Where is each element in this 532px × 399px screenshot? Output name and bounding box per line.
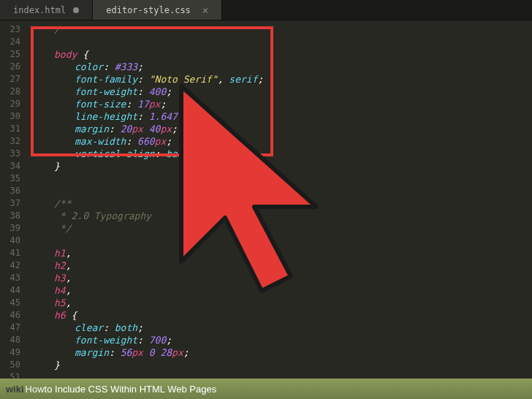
code-line: font-size: 17px; <box>34 98 532 110</box>
line-number: 47 <box>0 322 20 334</box>
code-line: line-height: 1.6471; <box>34 110 532 123</box>
code-line: color: #333; <box>34 61 532 73</box>
code-line: */ <box>34 222 532 235</box>
code-line: clear: both; <box>34 322 532 334</box>
code-line: h1, <box>34 247 532 259</box>
line-number: 25 <box>0 48 20 61</box>
code-line <box>34 235 532 247</box>
how-text: How <box>26 384 45 395</box>
code-line: font-weight: 400; <box>34 86 532 98</box>
code-line: } <box>34 160 532 172</box>
code-line: h2, <box>34 259 532 272</box>
line-number: 40 <box>0 235 20 247</box>
code-line: /** <box>34 197 532 210</box>
line-number: 30 <box>0 110 20 123</box>
line-number: 24 <box>0 36 20 48</box>
line-number: 36 <box>0 185 20 197</box>
tab-index-html[interactable]: index.html <box>0 0 93 20</box>
line-number: 38 <box>0 210 20 222</box>
footer-title: to Include CSS Within HTML Web Pages <box>45 384 217 395</box>
code-line: margin: 56px 0 28px; <box>34 346 532 359</box>
line-number: 42 <box>0 259 20 272</box>
line-number: 39 <box>0 222 20 235</box>
line-number: 34 <box>0 160 20 172</box>
line-number: 41 <box>0 247 20 259</box>
code-line: / <box>34 23 532 36</box>
tab-label: index.html <box>13 5 66 15</box>
line-number: 45 <box>0 297 20 309</box>
code-line: margin: 20px 40px; <box>34 123 532 135</box>
tab-bar: index.html editor-style.css × <box>0 0 532 20</box>
code-line: h4, <box>34 284 532 297</box>
code-line <box>34 172 532 185</box>
code-line: body { <box>34 48 532 61</box>
line-number: 49 <box>0 346 20 359</box>
code-line: font-weight: 700; <box>34 334 532 346</box>
line-number: 26 <box>0 61 20 73</box>
code-line: h6 { <box>34 309 532 322</box>
code-line: } <box>34 359 532 371</box>
line-number: 44 <box>0 284 20 297</box>
code-area[interactable]: / body { color: #333; font-family: "Noto… <box>28 20 532 379</box>
line-number: 29 <box>0 98 20 110</box>
tab-editor-style-css[interactable]: editor-style.css × <box>93 0 222 20</box>
code-line <box>34 185 532 197</box>
line-number: 35 <box>0 172 20 185</box>
line-number: 33 <box>0 148 20 160</box>
brand-text: wiki <box>6 384 24 395</box>
code-line <box>34 36 532 48</box>
code-line: * 2.0 Typography <box>34 210 532 222</box>
modified-dot-icon <box>73 7 79 13</box>
line-number: 32 <box>0 135 20 148</box>
line-number: 27 <box>0 73 20 86</box>
footer-caption: wikiHow to Include CSS Within HTML Web P… <box>0 379 532 399</box>
line-number: 48 <box>0 334 20 346</box>
code-line: max-width: 660px; <box>34 135 532 148</box>
line-number: 50 <box>0 359 20 371</box>
line-number: 46 <box>0 309 20 322</box>
code-line: h3, <box>34 272 532 284</box>
code-line: font-family: "Noto Serif", serif; <box>34 73 532 86</box>
tab-label: editor-style.css <box>106 5 191 15</box>
line-number: 28 <box>0 86 20 98</box>
line-number: 31 <box>0 123 20 135</box>
editor-pane: 2324252627282930313233343536373839404142… <box>0 20 532 379</box>
line-number: 37 <box>0 197 20 210</box>
line-number: 23 <box>0 23 20 36</box>
close-icon[interactable]: × <box>202 4 208 16</box>
line-number-gutter: 2324252627282930313233343536373839404142… <box>0 20 28 379</box>
code-line: vertical-align: baseline; <box>34 148 532 160</box>
line-number: 43 <box>0 272 20 284</box>
code-line: h5, <box>34 297 532 309</box>
